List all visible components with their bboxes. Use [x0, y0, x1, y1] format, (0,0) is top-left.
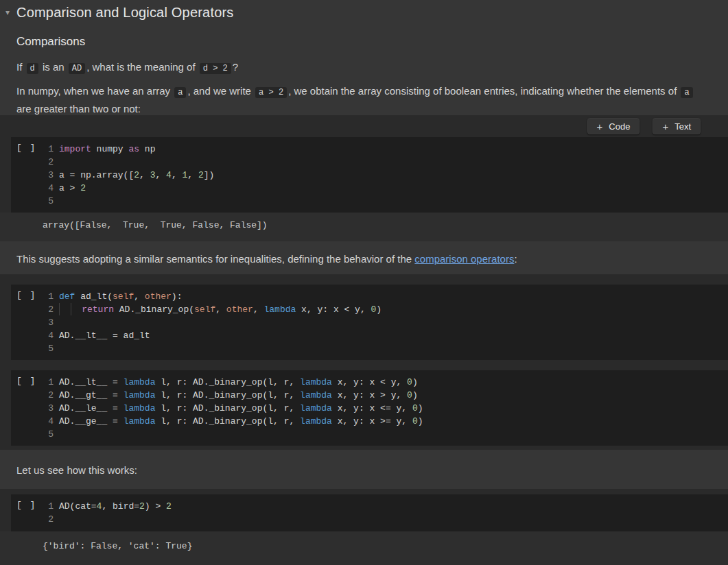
code-editor-4[interactable]: [ ] 1AD(cat=4, bird=2) > 22 [11, 494, 728, 531]
line-number: 2 [44, 513, 54, 526]
subsection-title: Comparisons [16, 34, 712, 49]
line-number: 3 [44, 402, 54, 415]
run-cell-button[interactable]: [ ] [16, 290, 36, 300]
cell-gap [0, 360, 728, 370]
run-cell-button[interactable]: [ ] [16, 500, 36, 510]
code-line[interactable]: 2AD.__gt__ = lambda l, r: AD._binary_op(… [44, 389, 728, 402]
text-run: : [514, 253, 517, 265]
code-editor-3[interactable]: [ ] 1AD.__lt__ = lambda l, r: AD._binary… [11, 370, 728, 446]
add-text-label: Text [674, 121, 691, 132]
plus-icon: + [662, 121, 668, 132]
code-editor-2[interactable]: [ ] 1def ad_lt(self, other):2return AD._… [11, 285, 728, 360]
code-line[interactable]: 5 [44, 195, 728, 208]
code-line[interactable]: 1AD(cat=4, bird=2) > 2 [44, 500, 728, 513]
collapse-section-icon[interactable]: ▾ [5, 8, 10, 17]
run-cell-button[interactable]: [ ] [16, 376, 36, 386]
code-text: AD(cat=4, bird=2) > 2 [59, 501, 172, 512]
line-number: 1 [44, 143, 54, 156]
indent-guide [71, 303, 82, 315]
cell-1-output: array([False, True, True, False, False]) [0, 213, 728, 241]
code-line[interactable]: 3 [44, 316, 728, 329]
code-text: AD.__le__ = lambda l, r: AD._binary_op(l… [59, 403, 423, 413]
comparison-operators-link[interactable]: comparison operators [414, 253, 514, 265]
cell-gap [0, 274, 728, 285]
line-number: 1 [44, 376, 54, 389]
indent-guide [59, 303, 71, 315]
markdown-cell-letus: Let us see how this works: [0, 450, 728, 489]
add-text-button[interactable]: + Text [653, 118, 701, 134]
code-line[interactable]: 2 [44, 156, 728, 169]
inline-code: AD [69, 63, 85, 74]
code-text: def ad_lt(self, other): [59, 291, 182, 302]
text-run: , we obtain the array consisting of bool… [288, 85, 679, 97]
plus-icon: + [597, 121, 603, 132]
paragraph-suggests: This suggests adopting a similar semanti… [16, 241, 712, 266]
line-number: 4 [44, 415, 54, 428]
line-number: 1 [44, 290, 54, 303]
inline-code: a [174, 87, 186, 98]
line-number: 2 [44, 303, 54, 316]
markdown-cell-suggests: This suggests adopting a similar semanti… [0, 241, 728, 274]
text-run: If [16, 61, 25, 73]
code-line[interactable]: 5 [44, 342, 728, 355]
code-text: AD.__gt__ = lambda l, r: AD._binary_op(l… [59, 390, 418, 400]
notebook: ▾ Comparison and Logical Operators Compa… [0, 0, 728, 565]
code-text: AD.__lt__ = lambda l, r: AD._binary_op(l… [59, 377, 418, 387]
text-run: ? [233, 61, 238, 73]
cell-4-output: {'bird': False, 'cat': True} [0, 531, 728, 565]
code-cell-4: [ ] 1AD(cat=4, bird=2) > 22 {'bird': Fal… [0, 494, 728, 565]
inline-code: a > 2 [255, 87, 287, 98]
add-code-button[interactable]: + Code [587, 118, 640, 134]
inline-code: d > 2 [200, 63, 231, 74]
code-line[interactable]: 2return AD._binary_op(self, other, lambd… [44, 303, 728, 316]
inline-code: a [681, 87, 692, 98]
section-title: Comparison and Logical Operators [16, 3, 712, 21]
text-run: Let us see how this works: [16, 464, 137, 476]
text-run: , what is the meaning of [86, 61, 198, 73]
code-line[interactable]: 5 [44, 428, 728, 441]
line-number: 1 [44, 500, 54, 513]
line-number: 2 [44, 389, 54, 402]
code-line[interactable]: 3AD.__le__ = lambda l, r: AD._binary_op(… [44, 402, 728, 415]
code-cell-3: [ ] 1AD.__lt__ = lambda l, r: AD._binary… [0, 370, 728, 446]
code-text: AD.__lt__ = ad_lt [59, 330, 150, 341]
code-line[interactable]: 1import numpy as np [44, 143, 728, 156]
markdown-cell-intro: ▾ Comparison and Logical Operators Compa… [0, 0, 728, 115]
line-number: 3 [44, 169, 54, 182]
code-line[interactable]: 1AD.__lt__ = lambda l, r: AD._binary_op(… [44, 376, 728, 389]
line-number: 2 [44, 156, 54, 169]
cell-gap [0, 489, 728, 494]
paragraph-numpy-array: In numpy, when we have an array a, and w… [16, 83, 712, 115]
code-text: a = np.array([2, 3, 4, 1, 2]) [59, 170, 214, 180]
code-text: a > 2 [59, 183, 86, 193]
run-cell-button[interactable]: [ ] [16, 143, 36, 153]
line-number: 5 [44, 428, 54, 441]
code-line[interactable]: 3a = np.array([2, 3, 4, 1, 2]) [44, 169, 728, 182]
code-line[interactable]: 4a > 2 [44, 182, 728, 195]
line-number: 5 [44, 342, 54, 355]
text-run: are greater than two or not: [16, 103, 141, 115]
line-number: 4 [44, 329, 54, 342]
code-text: return AD._binary_op(self, other, lambda… [59, 304, 381, 315]
line-number: 3 [44, 316, 54, 329]
code-line[interactable]: 1def ad_lt(self, other): [44, 290, 728, 303]
inline-code: d [27, 63, 38, 74]
line-number: 5 [44, 195, 54, 208]
text-run: , and we write [187, 85, 254, 97]
code-line[interactable]: 2 [44, 513, 728, 526]
text-run: is an [40, 61, 67, 73]
code-cell-1: [ ] 1import numpy as np23a = np.array([2… [0, 137, 728, 241]
line-number: 4 [44, 182, 54, 195]
text-run: In numpy, when we have an array [16, 85, 173, 97]
code-line[interactable]: 4AD.__ge__ = lambda l, r: AD._binary_op(… [44, 415, 728, 428]
code-editor-1[interactable]: [ ] 1import numpy as np23a = np.array([2… [11, 137, 728, 213]
add-cell-toolbar: + Code + Text [0, 115, 728, 137]
code-text: import numpy as np [59, 144, 155, 154]
text-run: This suggests adopting a similar semanti… [16, 253, 414, 265]
add-code-label: Code [609, 121, 630, 132]
paragraph-let-us-see: Let us see how this works: [16, 450, 712, 477]
code-cell-2: [ ] 1def ad_lt(self, other):2return AD._… [0, 285, 728, 360]
paragraph-if-d: If d is an AD, what is the meaning of d … [16, 60, 712, 76]
code-line[interactable]: 4AD.__lt__ = ad_lt [44, 329, 728, 342]
code-text: AD.__ge__ = lambda l, r: AD._binary_op(l… [59, 416, 423, 426]
